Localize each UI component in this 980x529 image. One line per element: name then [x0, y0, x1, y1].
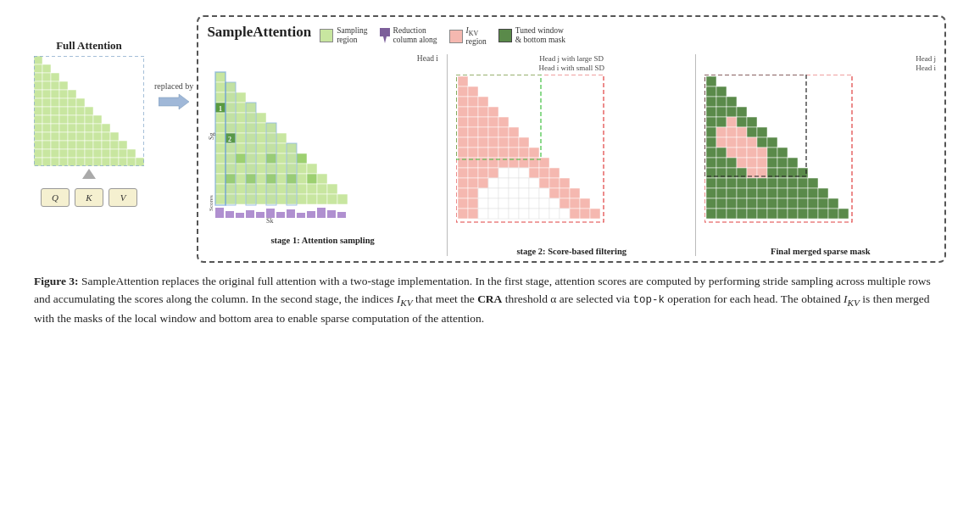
- svg-rect-54: [102, 132, 110, 141]
- svg-rect-258: [498, 168, 509, 178]
- svg-rect-217: [478, 107, 488, 117]
- svg-rect-79: [34, 158, 42, 166]
- q-box: Q: [41, 188, 70, 207]
- legend-sampling-box: [320, 29, 333, 42]
- svg-rect-307: [529, 209, 539, 219]
- sa-title: SampleAttention: [207, 24, 311, 41]
- svg-rect-239: [478, 148, 488, 158]
- stages-row: Head i: [207, 54, 936, 256]
- svg-rect-225: [468, 127, 478, 137]
- svg-rect-405: [818, 198, 828, 209]
- svg-rect-50: [68, 132, 76, 141]
- svg-rect-119: [236, 133, 246, 143]
- svg-rect-66: [119, 141, 127, 149]
- svg-rect-77: [119, 149, 127, 158]
- svg-rect-45: [102, 124, 110, 132]
- svg-rect-294: [529, 198, 539, 209]
- svg-rect-330: [747, 117, 757, 127]
- svg-rect-49: [59, 132, 68, 141]
- svg-rect-53: [93, 132, 102, 141]
- svg-rect-300: [458, 209, 468, 219]
- svg-rect-311: [570, 209, 580, 219]
- svg-rect-221: [478, 117, 488, 127]
- svg-rect-184: [307, 194, 317, 204]
- svg-rect-156: [256, 174, 266, 184]
- svg-rect-277: [478, 188, 488, 198]
- svg-rect-230: [458, 137, 468, 148]
- svg-rect-381: [808, 178, 818, 188]
- svg-marker-93: [159, 94, 189, 109]
- svg-rect-372: [716, 178, 727, 188]
- svg-rect-310: [560, 209, 570, 219]
- svg-rect-210: [458, 86, 468, 97]
- svg-rect-397: [737, 198, 747, 209]
- svg-rect-22: [34, 107, 42, 115]
- svg-rect-244: [529, 148, 539, 158]
- svg-rect-9: [51, 81, 59, 90]
- svg-rect-281: [519, 188, 529, 198]
- svg-rect-42: [76, 124, 85, 132]
- svg-rect-127: [236, 143, 246, 153]
- stage3-panel: Head j Head i: [704, 54, 936, 256]
- svg-rect-129: [256, 143, 266, 153]
- stage-divider-2: [695, 54, 696, 256]
- svg-rect-183: [297, 194, 307, 204]
- svg-rect-392: [808, 188, 818, 198]
- svg-rect-342: [757, 137, 767, 148]
- svg-rect-181: [276, 194, 287, 204]
- svg-rect-240: [488, 148, 498, 158]
- svg-rect-212: [458, 97, 468, 107]
- legend-tuned-window-label: Tuned window& bottom mask: [515, 26, 565, 46]
- replaced-by-section: replaced by: [154, 81, 193, 110]
- svg-rect-382: [706, 188, 716, 198]
- svg-rect-223: [498, 117, 509, 127]
- svg-rect-399: [757, 198, 767, 209]
- svg-rect-69: [51, 149, 59, 158]
- svg-rect-55: [110, 132, 119, 141]
- svg-text:Sg: Sg: [208, 132, 215, 139]
- svg-rect-276: [468, 188, 478, 198]
- svg-rect-36: [93, 115, 102, 124]
- svg-rect-163: [215, 184, 226, 194]
- svg-rect-349: [757, 148, 767, 158]
- svg-rect-160: [297, 174, 307, 184]
- svg-rect-83: [68, 158, 76, 166]
- legend-tuned-window-box: [498, 29, 512, 42]
- svg-rect-403: [798, 198, 808, 209]
- svg-rect-394: [706, 198, 716, 209]
- svg-rect-86: [93, 158, 102, 166]
- svg-rect-29: [34, 115, 42, 124]
- stage1-panel: Head i: [207, 54, 438, 245]
- svg-rect-23: [42, 107, 51, 115]
- svg-rect-353: [716, 158, 727, 168]
- svg-rect-261: [529, 168, 539, 178]
- svg-rect-322: [706, 107, 716, 117]
- svg-rect-418: [818, 209, 828, 219]
- svg-rect-96: [215, 82, 226, 92]
- stage2-head-j-label: Head j with large SD: [539, 54, 604, 63]
- svg-rect-413: [767, 209, 777, 219]
- svg-rect-20: [68, 98, 76, 107]
- svg-rect-224: [458, 127, 468, 137]
- svg-rect-206: [317, 208, 326, 218]
- svg-rect-285: [560, 188, 570, 198]
- svg-rect-278: [488, 188, 498, 198]
- svg-rect-95: [215, 72, 226, 82]
- sa-header: SampleAttention Samplingregion Reduction…: [207, 24, 936, 51]
- svg-rect-355: [737, 158, 747, 168]
- svg-rect-324: [727, 107, 737, 117]
- svg-rect-177: [236, 194, 246, 204]
- svg-rect-18: [51, 98, 59, 107]
- svg-rect-5: [42, 73, 51, 81]
- svg-rect-327: [716, 117, 727, 127]
- legend-sampling-label: Samplingregion: [337, 26, 367, 46]
- svg-rect-48: [51, 132, 59, 141]
- full-attention-grid: [34, 56, 144, 166]
- svg-rect-44: [93, 124, 102, 132]
- svg-rect-395: [716, 198, 727, 209]
- svg-rect-125: [215, 143, 226, 153]
- svg-rect-254: [458, 168, 468, 178]
- svg-rect-90: [127, 158, 136, 166]
- svg-rect-146: [256, 164, 266, 174]
- svg-rect-71: [68, 149, 76, 158]
